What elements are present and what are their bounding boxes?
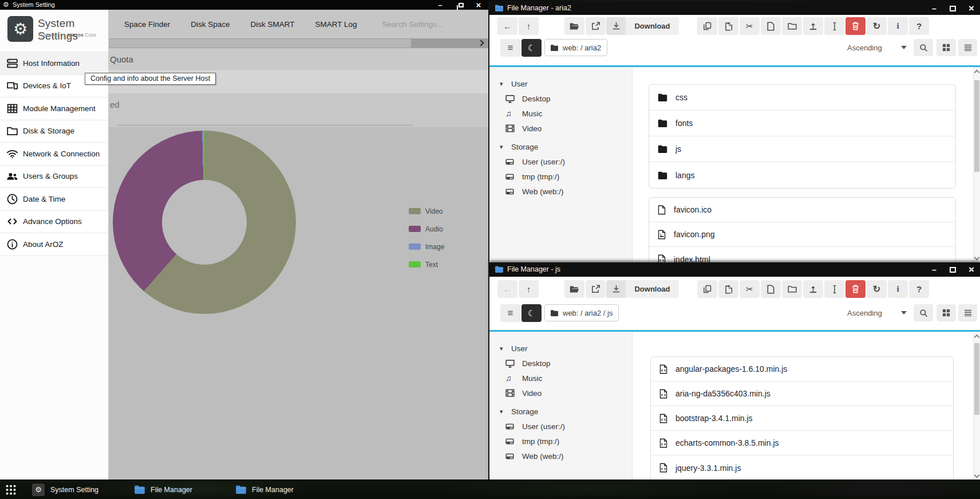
open-external-button[interactable] <box>586 17 606 35</box>
tab-space-finder[interactable]: Space Finder <box>114 20 180 29</box>
grid-view-button[interactable] <box>936 39 956 56</box>
sort-order-select[interactable]: Ascending <box>840 304 914 321</box>
taskbar-item-file-manager-1[interactable]: File Manager <box>135 480 192 499</box>
minimize-button[interactable]: – <box>927 2 941 15</box>
sidebar-item-network-connection[interactable]: Network & Connection <box>0 143 108 166</box>
scrollbar[interactable] <box>973 67 980 262</box>
scrollbar-thumb[interactable] <box>974 343 979 415</box>
download-button[interactable]: Download <box>606 17 679 35</box>
chevron-right-icon[interactable] <box>478 41 483 45</box>
storage-donut-chart[interactable] <box>113 131 296 314</box>
legend-item[interactable]: Video <box>409 202 444 220</box>
copy-button[interactable] <box>697 17 717 35</box>
copy-button[interactable] <box>697 280 717 298</box>
help-button[interactable]: ? <box>909 17 929 35</box>
delete-button[interactable] <box>845 280 866 298</box>
dark-mode-button[interactable]: ☾ <box>521 304 542 322</box>
open-button[interactable] <box>564 280 584 298</box>
up-button[interactable]: ↑ <box>519 17 539 35</box>
back-button[interactable]: ← <box>497 17 517 35</box>
maximize-button[interactable] <box>946 262 959 277</box>
scroll-down-icon[interactable] <box>975 256 979 260</box>
tree-item-tmp-drive[interactable]: tmp (tmp:/) <box>489 169 632 184</box>
menu-button[interactable]: ≡ <box>500 39 520 57</box>
grid-view-button[interactable] <box>936 304 956 321</box>
new-file-button[interactable] <box>761 280 781 298</box>
sidebar-item-disk-storage[interactable]: Disk & Storage <box>0 120 108 143</box>
file-row-jquery[interactable]: jquery-3.3.1.min.js <box>651 455 953 480</box>
tree-item-web-drive[interactable]: Web (web:/) <box>489 449 632 463</box>
scroll-up-icon[interactable] <box>975 69 979 74</box>
sidebar-item-advance-options[interactable]: Advance Options <box>0 211 108 234</box>
tree-item-desktop[interactable]: Desktop <box>489 356 632 371</box>
close-button[interactable]: × <box>964 262 979 277</box>
file-row-echarts[interactable]: echarts-common-3.8.5.min.js <box>651 431 953 455</box>
tree-group-storage[interactable]: ▾Storage <box>489 404 632 419</box>
tree-item-tmp-drive[interactable]: tmp (tmp:/) <box>489 434 632 449</box>
minimize-button[interactable]: – <box>927 262 941 277</box>
tab-disk-smart[interactable]: Disk SMART <box>240 20 305 29</box>
search-button[interactable] <box>914 304 933 321</box>
upload-button[interactable] <box>803 17 823 35</box>
titlebar[interactable]: ⚙ System Setting – × <box>0 0 488 10</box>
rename-button[interactable] <box>824 280 844 298</box>
tree-item-video[interactable]: Video <box>489 386 632 400</box>
tree-group-storage[interactable]: ▾Storage <box>489 139 632 154</box>
tree-group-user[interactable]: ▾User <box>489 76 632 91</box>
breadcrumb[interactable]: web: / aria2 / js <box>544 304 619 321</box>
tree-item-video[interactable]: Video <box>489 121 632 136</box>
taskbar-item-file-manager-2[interactable]: File Manager <box>236 480 294 499</box>
sidebar-item-about-aroz[interactable]: About ArOZ <box>0 233 108 256</box>
list-view-button[interactable] <box>958 304 977 321</box>
file-row-index-html[interactable]: index.html <box>649 247 955 262</box>
file-row-js[interactable]: js <box>649 136 955 162</box>
file-row-bootstrap[interactable]: bootstrap-3.4.1.min.js <box>651 406 953 431</box>
titlebar[interactable]: File Manager - js – × <box>489 262 980 277</box>
scrollbar[interactable] <box>973 332 980 480</box>
tab-scrollbar[interactable] <box>109 38 488 48</box>
tree-item-user-drive[interactable]: User (user:/) <box>489 419 632 434</box>
new-folder-button[interactable] <box>782 280 802 298</box>
rename-button[interactable] <box>824 17 844 35</box>
taskbar-item-system-setting[interactable]: ⚙ System Setting <box>32 480 98 499</box>
up-button[interactable]: ↑ <box>519 280 539 298</box>
upload-button[interactable] <box>803 280 823 298</box>
maximize-button[interactable] <box>946 2 959 15</box>
sidebar-item-host-information[interactable]: Host Information <box>0 52 108 75</box>
sidebar-item-module-management[interactable]: Module Management <box>0 97 108 120</box>
delete-button[interactable] <box>845 17 866 35</box>
tree-item-music[interactable]: ♫Music <box>489 106 632 121</box>
tab-smart-log[interactable]: SMART Log <box>305 20 368 29</box>
search-button[interactable] <box>914 39 933 56</box>
sidebar-item-users-groups[interactable]: Users & Groups <box>0 166 108 188</box>
download-button[interactable]: Download <box>606 280 679 298</box>
cut-button[interactable]: ✂ <box>740 17 760 35</box>
scroll-up-icon[interactable] <box>975 334 979 339</box>
info-button[interactable]: i <box>888 280 908 298</box>
restore-button[interactable] <box>454 0 467 10</box>
cut-button[interactable]: ✂ <box>740 280 760 298</box>
list-view-button[interactable] <box>958 39 977 56</box>
breadcrumb[interactable]: web: / aria2 <box>544 39 607 56</box>
file-row-fonts[interactable]: fonts <box>649 111 955 136</box>
file-row-favicon-png[interactable]: favicon.png <box>649 222 955 247</box>
legend-item[interactable]: Audio <box>409 220 444 238</box>
scrollbar-thumb[interactable] <box>974 80 979 172</box>
tab-disk-space[interactable]: Disk Space <box>180 20 240 29</box>
legend-item[interactable]: Image <box>409 238 444 256</box>
file-row-angular[interactable]: angular-packages-1.6.10.min.js <box>651 357 953 382</box>
new-folder-button[interactable] <box>782 17 802 35</box>
info-button[interactable]: i <box>888 17 908 35</box>
file-row-aria-ng[interactable]: aria-ng-da5356c403.min.js <box>651 382 953 406</box>
paste-button[interactable] <box>718 280 738 298</box>
apps-grid-icon[interactable] <box>6 485 16 495</box>
open-external-button[interactable] <box>586 280 606 298</box>
tree-group-user[interactable]: ▾User <box>489 341 632 356</box>
close-button[interactable]: × <box>964 2 979 15</box>
help-button[interactable]: ? <box>909 280 929 298</box>
dark-mode-button[interactable]: ☾ <box>521 39 542 57</box>
tab-scrollbar-thumb[interactable] <box>109 39 411 48</box>
new-file-button[interactable] <box>761 17 781 35</box>
tree-item-desktop[interactable]: Desktop <box>489 91 632 106</box>
paste-button[interactable] <box>718 17 738 35</box>
